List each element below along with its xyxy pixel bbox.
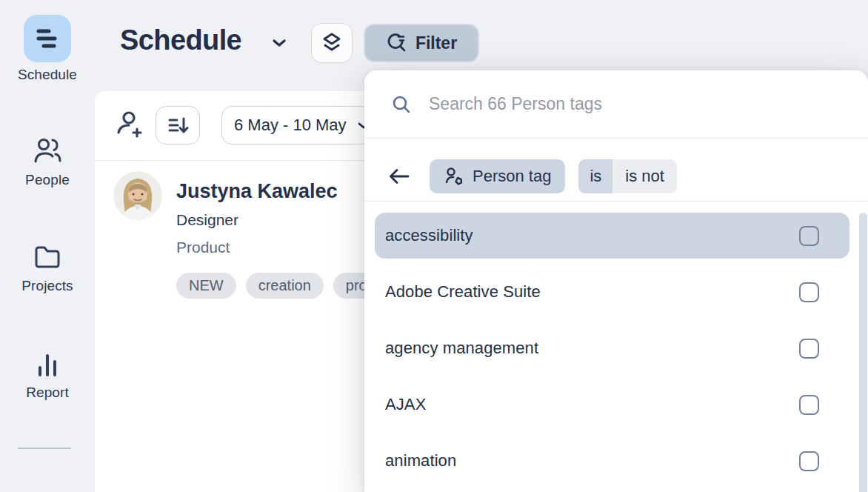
tag-label: Adobe Creative Suite: [385, 282, 541, 302]
tag-label: agency management: [385, 339, 538, 358]
filter-field-label: Person tag: [473, 167, 551, 186]
sidebar-item-projects[interactable]: Projects: [0, 241, 95, 294]
tag-row-animation[interactable]: animation: [375, 438, 849, 484]
sidebar-label-people: People: [25, 172, 70, 188]
tag-row-ajax[interactable]: AJAX: [375, 382, 849, 428]
tag-checkbox[interactable]: [799, 282, 819, 302]
back-arrow-icon[interactable]: [387, 166, 412, 187]
sidebar-item-schedule[interactable]: Schedule: [0, 15, 95, 83]
person-tag-icon: [444, 166, 464, 187]
tag-search-input[interactable]: [429, 94, 868, 114]
sort-icon: [165, 113, 190, 138]
tag-checkbox[interactable]: [799, 395, 819, 415]
sidebar-label-report: Report: [26, 385, 69, 401]
projects-icon: [31, 241, 64, 273]
person-tag-pill[interactable]: NEW: [176, 273, 236, 299]
sidebar-item-people[interactable]: People: [0, 135, 95, 188]
filter-field-chip[interactable]: Person tag: [430, 159, 565, 193]
person-tag-pill[interactable]: creation: [246, 273, 324, 299]
page-title[interactable]: Schedule: [120, 24, 241, 56]
filter-search-icon: [386, 32, 408, 54]
operator-is-not[interactable]: is not: [612, 159, 677, 193]
sidebar: Schedule People Projects: [0, 0, 95, 492]
operator-is[interactable]: is: [578, 159, 612, 193]
sidebar-item-report[interactable]: Report: [0, 348, 95, 401]
tag-row-adobe-creative-suite[interactable]: Adobe Creative Suite: [375, 269, 849, 315]
layers-icon: [319, 30, 344, 56]
tag-label: accessibility: [385, 226, 473, 245]
tag-row-accessibility[interactable]: accessibility: [375, 213, 849, 259]
filter-button-label: Filter: [415, 33, 457, 53]
report-icon: [31, 348, 64, 380]
filter-button[interactable]: Filter: [364, 24, 479, 62]
filter-search-row: [364, 70, 868, 138]
filter-panel: Person tag is is not accessibility Adobe…: [364, 70, 868, 492]
person-role: Designer: [176, 211, 238, 229]
avatar[interactable]: [113, 171, 162, 220]
views-button[interactable]: [311, 23, 353, 63]
panel-divider: [364, 201, 868, 202]
panel-scrollbar[interactable]: [859, 213, 867, 492]
search-icon: [391, 94, 412, 115]
sidebar-divider: [18, 448, 71, 449]
sidebar-label-schedule: Schedule: [18, 67, 77, 83]
tag-row-agency-management[interactable]: agency management: [375, 325, 849, 371]
date-range-label: 6 May - 10 May: [234, 116, 347, 135]
person-department: Product: [176, 239, 230, 256]
tag-checkbox[interactable]: [799, 339, 819, 359]
chevron-down-icon[interactable]: [271, 37, 287, 49]
filter-criteria-row: Person tag is is not: [364, 159, 868, 193]
date-range-dropdown[interactable]: 6 May - 10 May: [221, 106, 371, 144]
tag-label: AJAX: [385, 395, 426, 414]
people-icon: [31, 135, 64, 167]
panel-divider: [364, 138, 868, 139]
tag-checkbox[interactable]: [799, 451, 819, 471]
add-person-button[interactable]: [111, 108, 145, 142]
tag-label: animation: [385, 451, 456, 471]
person-name[interactable]: Justyna Kawalec: [176, 180, 338, 203]
sort-button[interactable]: [156, 106, 200, 144]
sidebar-label-projects: Projects: [21, 278, 73, 294]
schedule-icon: [24, 15, 71, 62]
tag-checkbox[interactable]: [799, 226, 819, 246]
is-isnot-toggle: is is not: [578, 159, 676, 193]
